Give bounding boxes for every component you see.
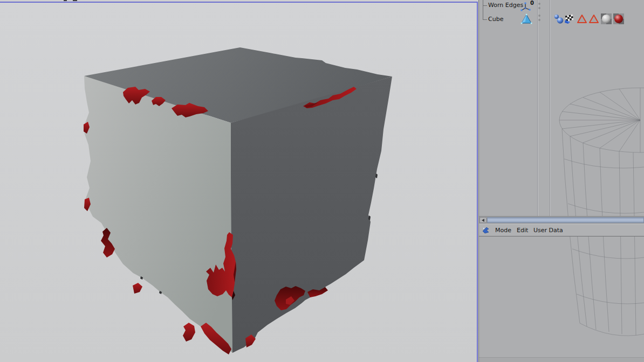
visibility-dot-editor[interactable] <box>538 15 540 17</box>
attribute-manager-body[interactable] <box>479 237 644 357</box>
polygon-selection-tag-icon[interactable] <box>588 13 599 24</box>
visibility-dot-render[interactable] <box>538 7 540 9</box>
menu-edit[interactable]: Edit <box>517 227 528 234</box>
polygon-selection-tag-icon[interactable] <box>577 13 587 24</box>
material-tag-gray-icon[interactable] <box>601 13 612 24</box>
object-manager-hscrollbar[interactable] <box>479 216 644 224</box>
null-axis-icon[interactable] <box>520 1 531 11</box>
spheres-tag-icon[interactable] <box>553 13 564 24</box>
column-divider <box>550 0 551 216</box>
viewport-active-border-top <box>0 2 478 3</box>
menu-user-data[interactable]: User Data <box>533 227 563 234</box>
tree-branch-line <box>483 5 487 6</box>
scrollbar-thumb[interactable] <box>487 217 644 223</box>
viewport-active-border-right <box>477 2 478 362</box>
viewport-scene <box>0 0 478 362</box>
cutoff-text-fragment <box>64 0 67 1</box>
viewport-3d[interactable] <box>0 0 478 362</box>
application-window: Worn Edges 0 Cube <box>0 0 644 362</box>
tree-branch-line <box>483 0 483 19</box>
priority-badge: 0 <box>530 0 534 6</box>
arrow-left-icon <box>482 219 484 222</box>
visibility-dot-render[interactable] <box>538 19 540 21</box>
object-manager: Worn Edges 0 Cube <box>479 0 644 216</box>
attribute-manager-icon[interactable] <box>482 226 490 234</box>
top-edge-strip <box>0 0 478 2</box>
attribute-manager-menubar: Mode Edit User Data <box>479 224 644 236</box>
material-tag-red-icon[interactable] <box>613 13 624 24</box>
panel-bottom-strip <box>479 357 644 362</box>
cutoff-text-fragment <box>73 0 77 1</box>
object-row-cube[interactable]: Cube <box>488 16 503 23</box>
polygon-object-icon[interactable] <box>520 13 532 25</box>
tree-branch-line <box>483 19 487 20</box>
right-panel: Worn Edges 0 Cube <box>478 0 644 362</box>
menu-mode[interactable]: Mode <box>495 227 511 234</box>
scroll-left-button[interactable] <box>479 217 487 223</box>
visibility-dot-editor[interactable] <box>538 3 540 5</box>
checkered-flag-tag-icon[interactable] <box>564 13 575 24</box>
object-row-worn-edges[interactable]: Worn Edges <box>488 2 523 9</box>
column-divider <box>538 0 538 216</box>
